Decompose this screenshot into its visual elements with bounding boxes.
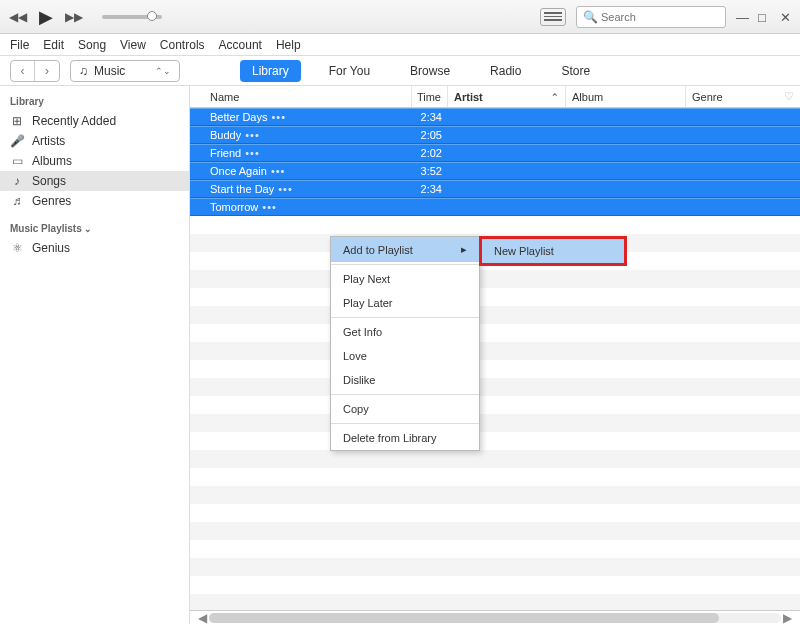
tab-store[interactable]: Store	[549, 60, 602, 82]
ctx-love[interactable]: Love	[331, 344, 479, 368]
song-time: 2:05	[412, 129, 448, 141]
maximize-button[interactable]: □	[758, 11, 770, 23]
song-name: Start the Day	[210, 183, 274, 195]
menu-edit[interactable]: Edit	[43, 38, 64, 52]
song-name: Tomorrow	[210, 201, 258, 213]
menu-song[interactable]: Song	[78, 38, 106, 52]
song-time: 2:34	[412, 111, 448, 123]
titlebar: ◀◀ ▶ ▶▶ 🔍 — □ ✕	[0, 0, 800, 34]
empty-row	[190, 306, 800, 324]
sidebar-item-genres[interactable]: ♬Genres	[0, 191, 189, 211]
more-icon[interactable]: •••	[278, 183, 293, 195]
sidebar-item-label: Genius	[32, 241, 70, 255]
sidebar-playlists-header[interactable]: Music Playlists ⌄	[0, 219, 189, 238]
search-input[interactable]: 🔍	[576, 6, 726, 28]
next-button[interactable]: ▶▶	[64, 7, 84, 27]
empty-row	[190, 594, 800, 610]
toolbar: ‹ › ♫Music ⌃⌄ Library For You Browse Rad…	[0, 56, 800, 86]
song-name: Friend	[210, 147, 241, 159]
album-icon: ▭	[10, 154, 24, 168]
more-icon[interactable]: •••	[262, 201, 277, 213]
scroll-right-icon[interactable]: ▶	[781, 611, 794, 625]
more-icon[interactable]: •••	[245, 129, 260, 141]
music-icon: ♫	[79, 64, 88, 78]
menubar: File Edit Song View Controls Account Hel…	[0, 34, 800, 56]
column-album[interactable]: Album	[566, 86, 686, 107]
empty-row	[190, 576, 800, 594]
sidebar-item-label: Albums	[32, 154, 72, 168]
sidebar-item-label: Songs	[32, 174, 66, 188]
previous-button[interactable]: ◀◀	[8, 7, 28, 27]
ctx-add-to-playlist[interactable]: Add to Playlist▸	[331, 237, 479, 262]
close-button[interactable]: ✕	[780, 11, 792, 23]
menu-file[interactable]: File	[10, 38, 29, 52]
ctx-delete[interactable]: Delete from Library	[331, 426, 479, 450]
song-time: 2:02	[412, 147, 448, 159]
table-row[interactable]: Start the Day •••2:34	[190, 180, 800, 198]
nav-forward-button[interactable]: ›	[35, 61, 59, 81]
empty-row	[190, 288, 800, 306]
list-view-button[interactable]	[540, 8, 566, 26]
ctx-get-info[interactable]: Get Info	[331, 320, 479, 344]
table-row[interactable]: Tomorrow •••	[190, 198, 800, 216]
empty-row	[190, 504, 800, 522]
empty-row	[190, 414, 800, 432]
media-selector[interactable]: ♫Music ⌃⌄	[70, 60, 180, 82]
more-icon[interactable]: •••	[245, 147, 260, 159]
search-field[interactable]	[601, 11, 719, 23]
separator	[331, 423, 479, 424]
sidebar-item-genius[interactable]: ⚛Genius	[0, 238, 189, 258]
minimize-button[interactable]: —	[736, 11, 748, 23]
sidebar-item-artists[interactable]: 🎤Artists	[0, 131, 189, 151]
tab-library[interactable]: Library	[240, 60, 301, 82]
horizontal-scrollbar[interactable]: ◀ ▶	[190, 610, 800, 624]
empty-row	[190, 342, 800, 360]
sidebar-item-label: Artists	[32, 134, 65, 148]
empty-row	[190, 360, 800, 378]
song-time: 2:34	[412, 183, 448, 195]
sidebar-item-albums[interactable]: ▭Albums	[0, 151, 189, 171]
column-genre[interactable]: Genre	[686, 86, 766, 107]
note-icon: ♪	[10, 174, 24, 188]
submenu-new-playlist[interactable]: New Playlist	[482, 239, 624, 263]
menu-account[interactable]: Account	[219, 38, 262, 52]
scroll-left-icon[interactable]: ◀	[196, 611, 209, 625]
sidebar-item-songs[interactable]: ♪Songs	[0, 171, 189, 191]
column-love[interactable]: ♡	[766, 86, 800, 107]
ctx-play-next[interactable]: Play Next	[331, 267, 479, 291]
more-icon[interactable]: •••	[271, 111, 286, 123]
menu-controls[interactable]: Controls	[160, 38, 205, 52]
empty-row	[190, 486, 800, 504]
menu-view[interactable]: View	[120, 38, 146, 52]
ctx-play-later[interactable]: Play Later	[331, 291, 479, 315]
table-row[interactable]: Buddy •••2:05	[190, 126, 800, 144]
volume-slider[interactable]	[102, 11, 172, 23]
play-button[interactable]: ▶	[36, 7, 56, 27]
column-time[interactable]: Time	[412, 86, 448, 107]
microphone-icon: 🎤	[10, 134, 24, 148]
ctx-copy[interactable]: Copy	[331, 397, 479, 421]
empty-row	[190, 540, 800, 558]
empty-row	[190, 324, 800, 342]
tab-radio[interactable]: Radio	[478, 60, 533, 82]
sidebar-item-label: Genres	[32, 194, 71, 208]
column-name[interactable]: Name	[190, 86, 412, 107]
sidebar-item-recently-added[interactable]: ⊞Recently Added	[0, 111, 189, 131]
ctx-dislike[interactable]: Dislike	[331, 368, 479, 392]
table-row[interactable]: Once Again •••3:52	[190, 162, 800, 180]
tab-foryou[interactable]: For You	[317, 60, 382, 82]
sidebar-library-header: Library	[0, 92, 189, 111]
menu-help[interactable]: Help	[276, 38, 301, 52]
table-row[interactable]: Better Days •••2:34	[190, 108, 800, 126]
chevron-right-icon: ▸	[461, 243, 467, 256]
more-icon[interactable]: •••	[271, 165, 286, 177]
table-row[interactable]: Friend •••2:02	[190, 144, 800, 162]
separator	[331, 317, 479, 318]
nav-arrows: ‹ ›	[10, 60, 60, 82]
tab-browse[interactable]: Browse	[398, 60, 462, 82]
nav-back-button[interactable]: ‹	[11, 61, 35, 81]
column-artist[interactable]: Artist⌃	[448, 86, 566, 107]
empty-row	[190, 558, 800, 576]
column-header-row: Name Time Artist⌃ Album Genre ♡	[190, 86, 800, 108]
empty-row	[190, 216, 800, 234]
